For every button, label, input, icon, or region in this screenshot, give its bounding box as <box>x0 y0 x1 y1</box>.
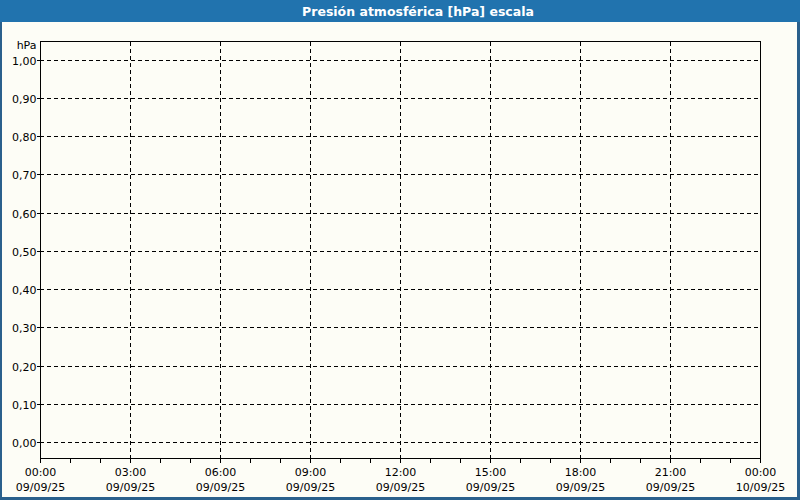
x-tick-time-label: 12:00 <box>385 466 417 479</box>
y-tick-label: 0,10 <box>12 399 37 412</box>
y-tick-label: 0,50 <box>12 246 37 259</box>
y-tick-label: 0,40 <box>12 284 37 297</box>
y-tick-label: 0,60 <box>12 208 37 221</box>
y-tick-label: 0,80 <box>12 131 37 144</box>
x-tick-date-label: 10/09/25 <box>736 481 785 494</box>
x-tick-date-label: 09/09/25 <box>16 481 65 494</box>
x-tick-time-label: 21:00 <box>655 466 687 479</box>
x-tick-date-label: 09/09/25 <box>376 481 425 494</box>
x-tick-date-label: 09/09/25 <box>196 481 245 494</box>
y-axis-unit-label: hPa <box>17 39 37 52</box>
y-tick-label: 0,00 <box>12 437 37 450</box>
x-tick-time-label: 00:00 <box>25 466 57 479</box>
x-tick-date-label: 09/09/25 <box>646 481 695 494</box>
y-tick-label: 0,90 <box>12 93 37 106</box>
plot-area: 1,000,900,800,700,600,500,400,300,200,10… <box>0 0 800 500</box>
x-tick-time-label: 03:00 <box>115 466 147 479</box>
x-tick-date-label: 09/09/25 <box>556 481 605 494</box>
chart-window: Presión atmosférica [hPa] escala 1,000,9… <box>0 0 800 500</box>
y-tick-label: 0,70 <box>12 169 37 182</box>
x-tick-date-label: 09/09/25 <box>106 481 155 494</box>
x-tick-date-label: 09/09/25 <box>286 481 335 494</box>
y-tick-label: 1,00 <box>12 55 37 68</box>
y-tick-label: 0,20 <box>12 361 37 374</box>
x-tick-time-label: 15:00 <box>475 466 507 479</box>
y-tick-label: 0,30 <box>12 322 37 335</box>
x-tick-date-label: 09/09/25 <box>466 481 515 494</box>
x-tick-time-label: 18:00 <box>565 466 597 479</box>
x-tick-time-label: 00:00 <box>745 466 777 479</box>
x-tick-time-label: 09:00 <box>295 466 327 479</box>
x-tick-time-label: 06:00 <box>205 466 237 479</box>
